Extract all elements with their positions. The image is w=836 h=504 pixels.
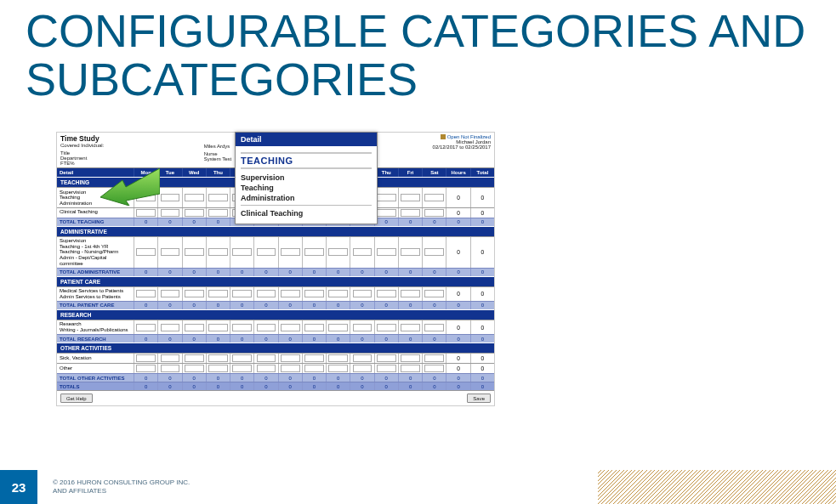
inset-sub: Supervision (241, 173, 372, 183)
footer: 23 © 2016 HURON CONSULTING GROUP INC. AN… (0, 470, 836, 504)
help-button[interactable]: Get Help (60, 394, 93, 403)
section-other: OTHER ACTIVITIES (57, 343, 494, 353)
inset-sub: Teaching (241, 183, 372, 193)
copyright: © 2016 HURON CONSULTING GROUP INC. AND A… (37, 470, 598, 504)
callout-arrow-icon (100, 168, 160, 206)
total-row: TOTAL OTHER ACTIVITIES000000000000000 (57, 373, 494, 382)
inset-sub: Administration (241, 193, 372, 203)
section-research: RESEARCH (57, 309, 494, 320)
total-row: TOTAL RESEARCH000000000000000 (57, 334, 494, 343)
section-admin: ADMINISTRATIVE (57, 226, 494, 236)
grand-total-row: TOTALS000000000000000 (57, 382, 494, 390)
fte-label: FTE% (60, 161, 204, 166)
total-row: TOTAL PATIENT CARE000000000000000 (57, 301, 494, 309)
inset-callout: Detail TEACHING Supervision Teaching Adm… (235, 132, 378, 224)
table-row: Other00 (57, 363, 494, 373)
table-row: SupervisionTeaching - 1st 4th YRTeaching… (57, 236, 494, 268)
table-row: ResearchWriting - Journals/Publications0… (57, 320, 494, 334)
inset-teaching-hdr: TEACHING (241, 152, 372, 169)
slide-title: CONFIGURABLE CATEGORIES AND SUBCATEGORIE… (0, 0, 836, 103)
ts-heading: Time Study (60, 134, 204, 143)
inset-clinical: Clinical Teaching (241, 208, 372, 221)
svg-marker-0 (100, 168, 160, 206)
table-row: Sick, Vacation00 (57, 353, 494, 363)
save-button[interactable]: Save (467, 394, 491, 403)
page-number: 23 (0, 470, 37, 504)
section-patient: PATIENT CARE (57, 276, 494, 286)
status-icon (441, 134, 446, 139)
hatch-pattern (598, 470, 836, 504)
table-row: Medical Services to PatientsAdmin Servic… (57, 286, 494, 301)
total-row: TOTAL ADMINISTRATIVE000000000000000 (57, 268, 494, 276)
inset-detail-bar: Detail (236, 133, 377, 146)
